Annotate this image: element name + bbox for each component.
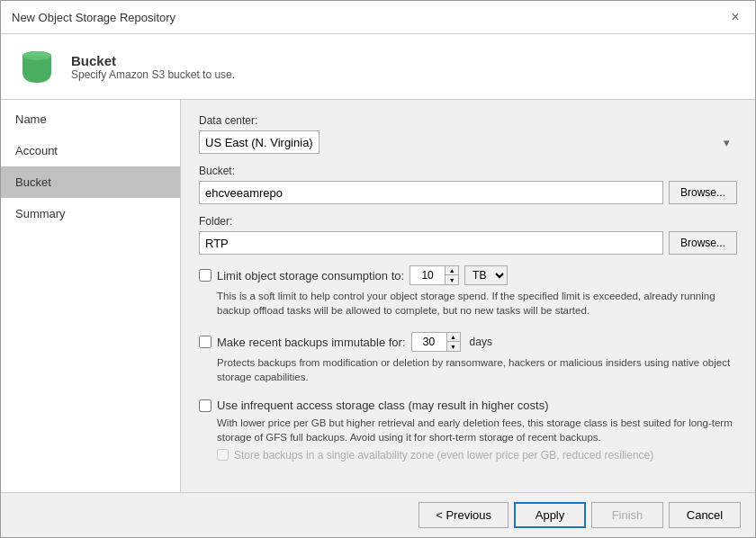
infrequent-description: With lower price per GB but higher retri… bbox=[217, 416, 737, 444]
header-heading: Bucket bbox=[71, 53, 235, 68]
limit-description: This is a soft limit to help control you… bbox=[217, 289, 737, 318]
header-text: Bucket Specify Amazon S3 bucket to use. bbox=[71, 53, 235, 81]
cancel-button[interactable]: Cancel bbox=[669, 502, 741, 528]
infrequent-checkbox-label[interactable]: Use infrequent access storage class (may… bbox=[217, 399, 549, 412]
folder-input[interactable] bbox=[199, 231, 663, 255]
limit-spinner: ▲ ▼ bbox=[446, 265, 459, 285]
data-center-group: Data center: US East (N. Virginia) US We… bbox=[199, 114, 737, 154]
dialog-title: New Object Storage Repository bbox=[12, 11, 176, 24]
immutable-checkbox-row: Make recent backups immutable for: ▲ ▼ d… bbox=[199, 332, 737, 352]
immutable-number-wrapper: ▲ ▼ bbox=[411, 332, 461, 352]
immutable-group: Make recent backups immutable for: ▲ ▼ d… bbox=[199, 332, 737, 384]
bucket-input-row: Browse... bbox=[199, 181, 737, 204]
limit-unit-select[interactable]: TB GB bbox=[464, 265, 508, 285]
bucket-input[interactable] bbox=[199, 181, 663, 204]
dialog-window: New Object Storage Repository × Bucket S… bbox=[0, 0, 756, 538]
sidebar: Name Account Bucket Summary bbox=[1, 100, 181, 492]
immutable-decrement-button[interactable]: ▼ bbox=[447, 342, 460, 351]
limit-number-input[interactable] bbox=[410, 265, 446, 285]
data-center-label: Data center: bbox=[199, 114, 737, 127]
bucket-group: Bucket: Browse... bbox=[199, 165, 737, 204]
svg-point-2 bbox=[22, 51, 51, 60]
browse-bucket-button[interactable]: Browse... bbox=[669, 181, 737, 204]
single-zone-checkbox[interactable] bbox=[217, 449, 229, 461]
data-center-select-wrapper: US East (N. Virginia) US West (Oregon) E… bbox=[199, 130, 737, 154]
previous-button[interactable]: < Previous bbox=[418, 502, 508, 528]
sidebar-item-summary[interactable]: Summary bbox=[1, 198, 180, 229]
header-section: Bucket Specify Amazon S3 bucket to use. bbox=[1, 34, 755, 100]
apply-button[interactable]: Apply bbox=[514, 502, 586, 528]
bucket-label: Bucket: bbox=[199, 165, 737, 177]
finish-button[interactable]: Finish bbox=[591, 502, 663, 528]
data-center-select[interactable]: US East (N. Virginia) US West (Oregon) E… bbox=[199, 130, 320, 154]
immutable-spinner: ▲ ▼ bbox=[447, 332, 461, 352]
limit-number-wrapper: ▲ ▼ bbox=[410, 265, 459, 285]
title-bar: New Object Storage Repository × bbox=[1, 1, 755, 34]
bucket-icon bbox=[15, 45, 58, 88]
limit-decrement-button[interactable]: ▼ bbox=[446, 275, 458, 284]
limit-group: Limit object storage consumption to: ▲ ▼… bbox=[199, 265, 737, 318]
single-zone-label: Store backups in a single availability z… bbox=[234, 449, 653, 462]
limit-increment-button[interactable]: ▲ bbox=[446, 266, 458, 275]
immutable-description: Protects backups from modification or de… bbox=[217, 355, 737, 384]
limit-checkbox[interactable] bbox=[199, 269, 212, 282]
browse-folder-button[interactable]: Browse... bbox=[669, 231, 737, 255]
immutable-increment-button[interactable]: ▲ bbox=[447, 333, 460, 342]
immutable-checkbox-label[interactable]: Make recent backups immutable for: bbox=[217, 336, 406, 349]
folder-label: Folder: bbox=[199, 215, 737, 228]
single-zone-row: Store backups in a single availability z… bbox=[217, 449, 737, 462]
infrequent-checkbox[interactable] bbox=[199, 399, 212, 412]
sidebar-item-account[interactable]: Account bbox=[1, 135, 180, 166]
footer: < Previous Apply Finish Cancel bbox=[1, 492, 755, 537]
infrequent-group: Use infrequent access storage class (may… bbox=[199, 399, 737, 461]
close-button[interactable]: × bbox=[726, 8, 744, 26]
folder-input-row: Browse... bbox=[199, 231, 737, 255]
immutable-number-input[interactable] bbox=[411, 332, 447, 352]
limit-checkbox-label[interactable]: Limit object storage consumption to: bbox=[217, 269, 404, 282]
main-panel: Data center: US East (N. Virginia) US We… bbox=[181, 100, 755, 492]
content-area: Name Account Bucket Summary Data center: bbox=[1, 100, 755, 492]
immutable-checkbox[interactable] bbox=[199, 336, 212, 348]
sidebar-item-name[interactable]: Name bbox=[1, 103, 180, 135]
sidebar-item-bucket[interactable]: Bucket bbox=[1, 166, 180, 198]
data-center-row: US East (N. Virginia) US West (Oregon) E… bbox=[199, 130, 737, 154]
folder-group: Folder: Browse... bbox=[199, 215, 737, 255]
header-subtext: Specify Amazon S3 bucket to use. bbox=[71, 68, 235, 81]
immutable-days-label: days bbox=[470, 336, 492, 348]
limit-checkbox-row: Limit object storage consumption to: ▲ ▼… bbox=[199, 265, 737, 285]
infrequent-checkbox-row: Use infrequent access storage class (may… bbox=[199, 399, 737, 412]
